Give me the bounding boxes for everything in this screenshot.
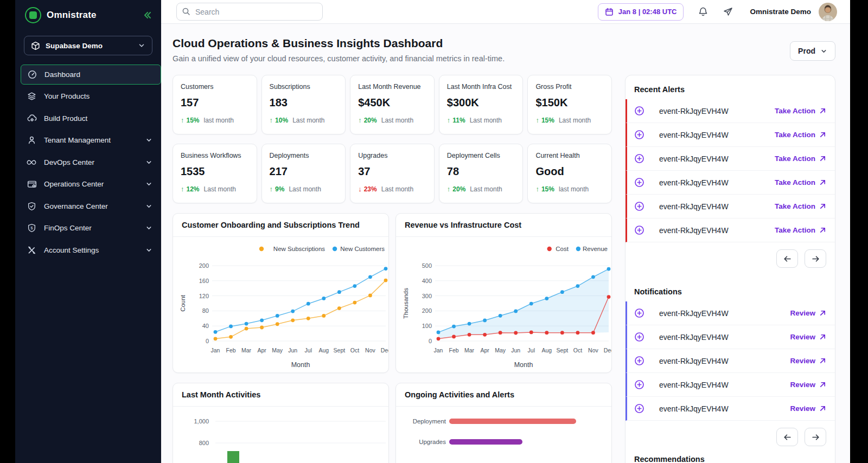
plus-circle-icon[interactable] bbox=[634, 403, 644, 414]
charts-grid: Customer Onboarding and Subscriptions Tr… bbox=[173, 213, 612, 463]
chart-card-onboarding: Customer Onboarding and Subscriptions Tr… bbox=[173, 213, 389, 373]
bell-icon[interactable] bbox=[698, 7, 709, 17]
notification-row[interactable]: event-RkJqyEVH4W Review bbox=[626, 373, 835, 397]
alerts-prev-page-button[interactable] bbox=[776, 249, 798, 268]
trend-arrow-icon: ↑ bbox=[270, 185, 273, 193]
arrow-up-right-icon bbox=[819, 131, 826, 138]
stat-card: Deployments 217 ↑ 9% Last month bbox=[261, 144, 346, 203]
svg-text:Dec: Dec bbox=[604, 347, 611, 353]
svg-text:Jun: Jun bbox=[288, 347, 297, 353]
arrow-left-icon bbox=[783, 433, 792, 442]
alert-row[interactable]: event-RkJqyEVH4W Take Action bbox=[626, 195, 835, 218]
workspace-selector[interactable]: Supabase Demo bbox=[24, 36, 152, 55]
sidebar-item-governance-center[interactable]: Governance Center bbox=[15, 196, 161, 216]
sidebar-nav: Dashboard Your Products Build Product Te… bbox=[15, 62, 161, 262]
sidebar-item-finops-center[interactable]: $ FinOps Center bbox=[15, 218, 161, 238]
action-label: Take Action bbox=[775, 202, 815, 210]
trend-arrow-icon: ↑ bbox=[181, 185, 184, 193]
sidebar-item-label: Account Settings bbox=[44, 246, 99, 254]
sidebar-item-tenant-management[interactable]: Tenant Management bbox=[15, 130, 161, 150]
notifications-next-page-button[interactable] bbox=[805, 428, 826, 446]
stat-value: Good bbox=[535, 165, 604, 178]
plus-circle-icon[interactable] bbox=[634, 153, 644, 164]
alert-row[interactable]: event-RkJqyEVH4W Take Action bbox=[626, 123, 835, 147]
trend-arrow-icon: ↑ bbox=[535, 116, 539, 124]
sidebar-collapse-icon[interactable] bbox=[142, 10, 152, 21]
sidebar-item-your-products[interactable]: Your Products bbox=[15, 86, 161, 106]
svg-text:May: May bbox=[272, 347, 283, 353]
arrow-up-right-icon bbox=[819, 179, 826, 186]
notification-row[interactable]: event-RkJqyEVH4W Review bbox=[626, 301, 835, 325]
search-input[interactable] bbox=[176, 3, 323, 21]
take-action-link[interactable]: Take Action bbox=[775, 226, 826, 234]
notifications-pagination bbox=[626, 421, 835, 452]
search-icon bbox=[182, 7, 190, 18]
page-content: Cloud Operations & Business Insights Das… bbox=[161, 24, 850, 463]
stat-label: Last Month Revenue bbox=[358, 83, 426, 91]
topbar: Jan 8 | 02:48 UTC Omnistrate Demo bbox=[161, 0, 850, 24]
sidebar-item-devops-center[interactable]: DevOps Center bbox=[15, 152, 161, 172]
notification-row[interactable]: event-RkJqyEVH4W Review bbox=[626, 349, 835, 373]
alert-row[interactable]: event-RkJqyEVH4W Take Action bbox=[626, 99, 835, 123]
plus-circle-icon[interactable] bbox=[634, 332, 644, 342]
stat-label: Customers bbox=[181, 83, 249, 91]
alert-row[interactable]: event-RkJqyEVH4W Take Action bbox=[626, 218, 835, 242]
tools-icon bbox=[27, 246, 37, 255]
svg-text:Feb: Feb bbox=[449, 347, 458, 353]
stat-delta-period: Last month bbox=[381, 117, 413, 124]
review-link[interactable]: Review bbox=[790, 309, 826, 317]
review-link[interactable]: Review bbox=[790, 357, 826, 365]
take-action-link[interactable]: Take Action bbox=[775, 202, 826, 210]
notifications-list: event-RkJqyEVH4W Review event-RkJqyEVH4W… bbox=[626, 301, 835, 421]
sidebar-item-operations-center[interactable]: Operations Center bbox=[15, 174, 161, 194]
trend-arrow-icon: ↑ bbox=[447, 185, 451, 193]
plus-circle-icon[interactable] bbox=[634, 201, 644, 211]
plus-circle-icon[interactable] bbox=[634, 225, 644, 235]
alerts-next-page-button[interactable] bbox=[805, 249, 826, 268]
arrow-up-right-icon bbox=[819, 333, 826, 340]
plus-circle-icon[interactable] bbox=[634, 177, 644, 188]
svg-text:Oct: Oct bbox=[350, 347, 359, 353]
datetime-button[interactable]: Jan 8 | 02:48 UTC bbox=[598, 3, 684, 21]
infinity-icon bbox=[27, 159, 37, 166]
action-label: Review bbox=[790, 333, 815, 341]
review-link[interactable]: Review bbox=[790, 404, 826, 413]
svg-text:300: 300 bbox=[422, 293, 432, 299]
review-link[interactable]: Review bbox=[790, 333, 826, 341]
omnistrate-logo-icon bbox=[25, 7, 41, 23]
stat-delta-percent: 10% bbox=[275, 117, 288, 124]
plus-circle-icon[interactable] bbox=[634, 308, 644, 318]
take-action-link[interactable]: Take Action bbox=[775, 178, 826, 187]
svg-text:Jan: Jan bbox=[434, 347, 443, 353]
logo-row: Omnistrate bbox=[15, 0, 161, 30]
stat-label: Business Workflows bbox=[181, 152, 249, 159]
take-action-link[interactable]: Take Action bbox=[775, 131, 826, 139]
user-name[interactable]: Omnistrate Demo bbox=[750, 8, 811, 16]
alerts-list: event-RkJqyEVH4W Take Action event-RkJqy… bbox=[626, 99, 835, 242]
plus-circle-icon[interactable] bbox=[634, 356, 644, 366]
plus-circle-icon[interactable] bbox=[634, 106, 644, 116]
alert-row[interactable]: event-RkJqyEVH4W Take Action bbox=[626, 171, 835, 195]
alerts-heading: Recent Alerts bbox=[626, 76, 835, 99]
send-icon[interactable] bbox=[723, 7, 733, 17]
sidebar-item-build-product[interactable]: Build Product bbox=[15, 108, 161, 128]
take-action-link[interactable]: Take Action bbox=[775, 107, 826, 115]
user-avatar[interactable] bbox=[819, 3, 837, 21]
notification-row[interactable]: event-RkJqyEVH4W Review bbox=[626, 325, 835, 349]
svg-text:Sept: Sept bbox=[557, 347, 569, 353]
action-label: Take Action bbox=[775, 226, 815, 234]
notifications-prev-page-button[interactable] bbox=[776, 428, 798, 446]
action-label: Review bbox=[790, 404, 815, 413]
notification-row[interactable]: event-RkJqyEVH4W Review bbox=[626, 397, 835, 421]
environment-dropdown[interactable]: Prod bbox=[790, 41, 835, 61]
sidebar-item-account-settings[interactable]: Account Settings bbox=[15, 240, 161, 260]
sidebar-item-dashboard[interactable]: Dashboard bbox=[21, 65, 161, 85]
review-link[interactable]: Review bbox=[790, 381, 826, 389]
take-action-link[interactable]: Take Action bbox=[775, 155, 826, 163]
plus-circle-icon[interactable] bbox=[634, 380, 644, 390]
plus-circle-icon[interactable] bbox=[634, 130, 644, 140]
svg-text:Apr: Apr bbox=[257, 347, 266, 353]
alert-row[interactable]: event-RkJqyEVH4W Take Action bbox=[626, 147, 835, 171]
stat-delta-period: Last month bbox=[289, 185, 321, 193]
arrow-up-right-icon bbox=[819, 405, 826, 412]
